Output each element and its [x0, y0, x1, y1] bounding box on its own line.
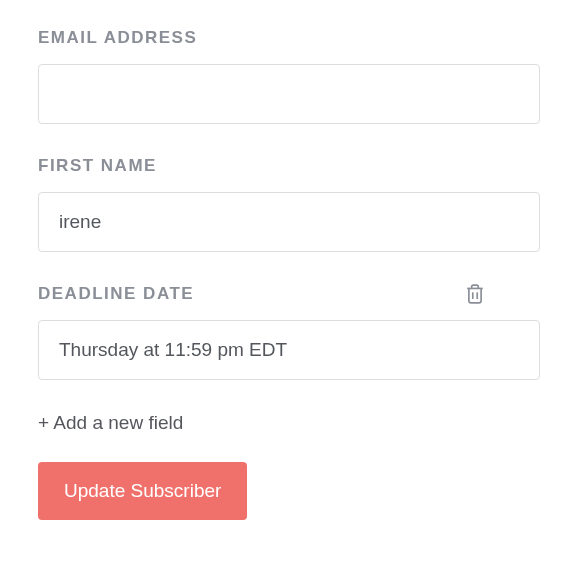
update-subscriber-button[interactable]: Update Subscriber — [38, 462, 247, 520]
deadline-label: DEADLINE DATE — [38, 284, 194, 304]
add-field-link[interactable]: + Add a new field — [38, 412, 540, 434]
first-name-input[interactable] — [38, 192, 540, 252]
delete-field-icon[interactable] — [466, 284, 540, 304]
email-input[interactable] — [38, 64, 540, 124]
deadline-input[interactable] — [38, 320, 540, 380]
first-name-label: FIRST NAME — [38, 156, 157, 176]
email-label: EMAIL ADDRESS — [38, 28, 197, 48]
